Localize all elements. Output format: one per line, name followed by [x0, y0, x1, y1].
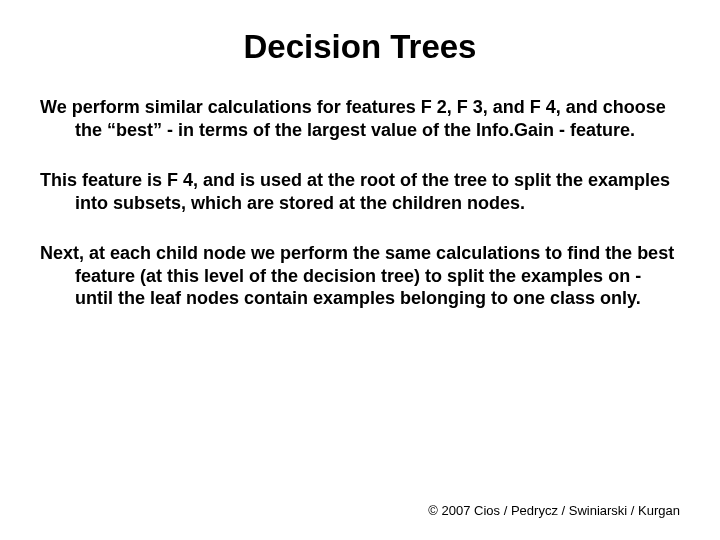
paragraph-3: Next, at each child node we perform the … — [40, 242, 680, 310]
slide: Decision Trees We perform similar calcul… — [0, 0, 720, 540]
slide-title: Decision Trees — [40, 28, 680, 66]
paragraph-2: This feature is F 4, and is used at the … — [40, 169, 680, 214]
paragraph-1: We perform similar calculations for feat… — [40, 96, 680, 141]
copyright-footer: © 2007 Cios / Pedrycz / Swiniarski / Kur… — [428, 503, 680, 518]
